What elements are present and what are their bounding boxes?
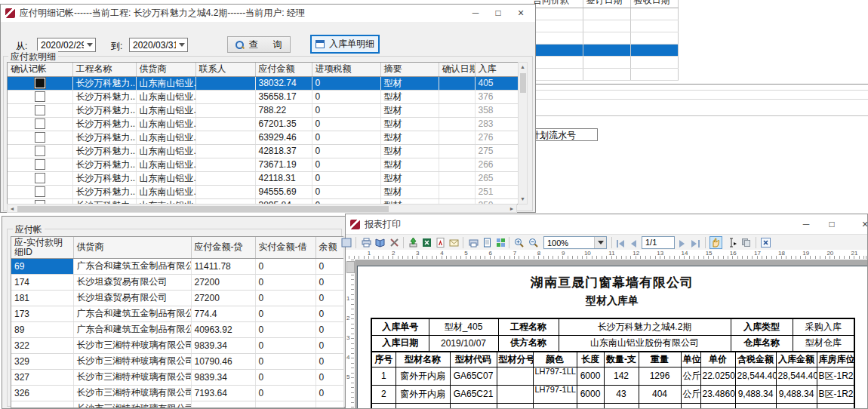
tax-cell[interactable]: 0 [312,158,380,171]
table-row[interactable]: 长沙万科魅力...山东南山铝业...788.220型材358 [8,103,518,117]
confirm-cell[interactable] [8,131,72,144]
confirm-checkbox[interactable] [35,105,45,115]
table-row[interactable]: 326长沙市三湘特种玻璃有限公司7193.6400 [11,385,343,401]
tools-icon[interactable] [389,237,400,248]
credit-cell[interactable] [191,401,255,408]
titlebar[interactable]: 报表打印 [346,214,867,234]
receipt-cell[interactable]: 275 [475,144,518,158]
column-header[interactable]: 入库 [475,63,518,76]
receipt-cell[interactable]: 283 [475,117,518,131]
supplier-cell[interactable]: 山东南山铝业... [136,185,195,198]
table-row[interactable]: 69广东合和建筑五金制品有限公司11411.7800 [11,258,343,274]
table-row[interactable] [530,44,678,56]
table-row[interactable] [530,20,678,32]
serial-number-field[interactable]: 计划流水号 [528,128,598,141]
close-button[interactable]: × [509,5,532,22]
titlebar[interactable]: 应付明细记帐------当前工程: 长沙万科魅力之城4.2期------当前用户… [1,5,535,22]
column-header[interactable]: 应付金额 [255,63,312,76]
empty-cell[interactable] [630,32,678,44]
first-page-icon[interactable] [619,240,624,248]
maximize-button[interactable]: □ [487,5,509,22]
column-header[interactable]: 摘要 [380,63,439,76]
column-header[interactable]: 余额 [315,237,343,258]
tax-cell[interactable]: 0 [312,90,380,103]
supplier-cell[interactable]: 长沙市三湘特种玻璃有限公司 [73,369,191,385]
column-header[interactable]: 验收日期 [630,0,678,8]
balance-cell[interactable] [315,401,343,408]
confirm-checkbox[interactable] [35,118,45,129]
confirm-cell[interactable] [8,171,72,185]
column-header[interactable]: 供货商 [73,237,191,258]
empty-cell[interactable] [630,20,678,32]
table-row[interactable]: 长沙万科魅力...山东南山铝业...35658.170型材376 [8,90,518,103]
table-row[interactable]: 长沙万科魅力...山东南山铝业...63929.460型材276 [8,131,518,144]
chevron-down-icon[interactable] [594,237,606,248]
scrollbar-thumb[interactable] [520,73,526,93]
table-row[interactable] [530,68,678,80]
contact-cell[interactable] [195,158,255,171]
table-row[interactable] [530,32,678,44]
table-row[interactable]: 长沙市三湘特种玻璃有限公司 [11,401,343,408]
to-date-combo[interactable]: 2020/03/31 [129,38,188,52]
empty-cell[interactable] [530,8,583,20]
summary-cell[interactable]: 型材 [380,185,439,198]
confirm-checkbox[interactable] [35,78,45,88]
supplier-cell[interactable]: 山东南山铝业... [136,171,195,185]
table-row[interactable]: 长沙万科魅力...山东南山铝业...38032.740型材405 [8,76,518,90]
amount-cell[interactable]: 38032.74 [255,76,312,90]
supplier-cell[interactable]: 广东合和建筑五金制品有限公司 [73,306,191,321]
confirm-date-cell[interactable] [439,171,475,185]
balance-cell[interactable]: 0 [315,290,343,306]
column-header[interactable]: 供货商 [136,63,195,76]
supplier-cell[interactable]: 山东南山铝业... [136,76,195,90]
column-header[interactable]: 确认日期 [439,63,475,76]
credit-cell[interactable]: 11411.78 [191,258,255,274]
contact-cell[interactable] [195,117,255,131]
balance-cell[interactable]: 0 [315,306,343,321]
project-cell[interactable]: 长沙万科魅力... [72,117,136,131]
confirm-date-cell[interactable] [439,158,475,171]
next-page-icon[interactable] [679,240,685,248]
summary-cell[interactable]: 型材 [380,158,439,171]
text-select-icon[interactable] [727,237,738,248]
zoom-combo[interactable]: 100% [543,236,607,249]
empty-cell[interactable] [630,44,678,56]
empty-cell[interactable] [583,8,630,20]
id-cell[interactable]: 69 [11,258,73,274]
confirm-checkbox[interactable] [35,146,45,156]
confirm-cell[interactable] [8,158,72,171]
column-header[interactable]: 确认记帐 [8,63,72,76]
amount-cell[interactable]: 42818.37 [255,144,312,158]
horizontal-scrollbar[interactable]: ◄ ► [7,204,517,213]
amount-cell[interactable]: 67201.35 [255,117,312,131]
balance-cell[interactable]: 0 [315,274,343,290]
supplier-cell[interactable]: 山东南山铝业... [136,117,195,131]
debit-cell[interactable]: 0 [255,337,315,353]
printer-icon[interactable] [361,237,372,248]
debit-cell[interactable]: 0 [255,306,315,321]
summary-cell[interactable]: 型材 [380,117,439,131]
confirm-checkbox[interactable] [35,91,45,102]
summary-cell[interactable]: 型材 [380,144,439,158]
table-row[interactable]: 174长沙坦森贸易有限公司2720000 [11,274,343,290]
table-row[interactable] [530,56,678,68]
scroll-left-icon[interactable]: ◄ [8,205,16,213]
close-preview-icon[interactable] [760,237,771,248]
receipt-cell[interactable]: 251 [475,185,518,198]
query-button[interactable]: 查 询 [227,36,291,53]
confirm-checkbox[interactable] [35,132,45,143]
summary-cell[interactable]: 型材 [380,103,439,117]
debit-cell[interactable] [255,401,315,408]
tax-cell[interactable]: 0 [312,144,380,158]
confirm-cell[interactable] [8,103,72,117]
first-page-icon[interactable] [617,240,618,248]
amount-cell[interactable]: 788.22 [255,103,312,117]
receipt-detail-button[interactable]: 入库单明细 [310,35,380,54]
supplier-cell[interactable]: 长沙市三湘特种玻璃有限公司 [73,353,191,369]
column-header[interactable]: 合同价款 [530,0,583,8]
amount-cell[interactable]: 63929.46 [255,131,312,144]
receipt-cell[interactable]: 405 [475,76,518,90]
mail-icon[interactable] [448,237,460,248]
prev-page-icon[interactable] [631,240,636,248]
empty-cell[interactable] [530,32,583,44]
